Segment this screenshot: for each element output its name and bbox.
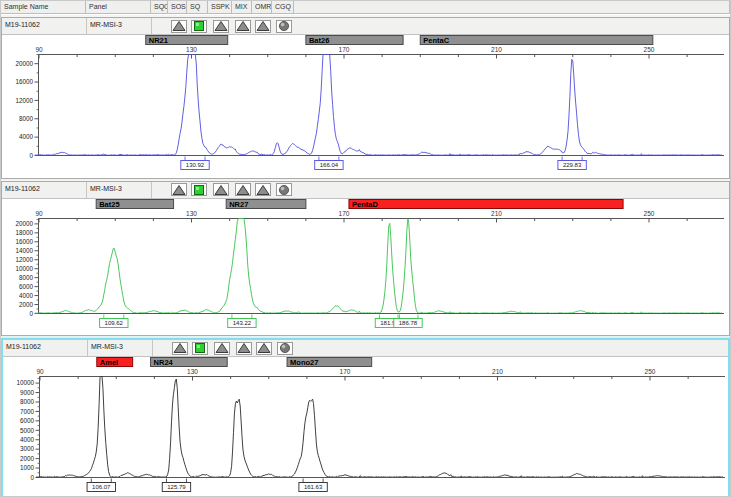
column-header-cgq[interactable]: CGQ [272,1,294,14]
mix-flag-button[interactable] [235,183,251,196]
sample-panel-3[interactable]: M19-11062MR-MSI-3AmelNR24Mono27901301702… [1,338,730,497]
svg-text:6000: 6000 [20,417,35,424]
mix-flag-button[interactable] [236,342,252,355]
column-header-mix[interactable]: MIX [232,1,252,14]
svg-text:PentaC: PentaC [423,36,449,45]
column-header-sspk[interactable]: SSPK [208,1,232,14]
svg-text:NR27: NR27 [229,200,248,209]
sspk-flag-cell[interactable] [209,18,233,34]
sspk-flag-cell[interactable] [209,182,233,198]
column-header-panel[interactable]: Panel [86,1,151,14]
column-header-sqo[interactable]: SQO [151,1,168,14]
peak-size-label[interactable]: 166.04 [315,157,343,170]
sq-flag-button[interactable] [192,342,208,355]
sample-row[interactable]: M19-11062MR-MSI-3 [2,18,729,35]
sspk-flag-cell[interactable] [210,340,234,356]
panel-name-cell[interactable]: MR-MSI-3 [87,182,152,198]
electropherogram-plot[interactable]: AmelNR24Mono2790130170210250010002000300… [3,357,730,496]
warning-triangle-icon [214,184,228,196]
sspk-flag-button[interactable] [213,183,229,196]
omr-flag-button[interactable] [256,342,272,355]
peak-size-label[interactable]: 106.07 [87,479,115,492]
marker-bar-bat25: Bat25 [96,199,173,209]
panel-name-cell[interactable]: MR-MSI-3 [87,18,152,34]
svg-text:6000: 6000 [19,282,34,289]
peak-size-label[interactable]: 125.79 [162,479,190,492]
omr-flag-button[interactable] [255,20,271,33]
panel-name-cell[interactable]: MR-MSI-3 [88,340,153,356]
omr-flag-cell[interactable] [253,182,273,198]
cgq-flag-cell[interactable] [273,182,295,198]
sample-name-cell[interactable]: M19-11062 [2,18,87,34]
svg-text:Bat26: Bat26 [309,36,329,45]
svg-text:161.63: 161.63 [304,484,323,490]
column-header-sq[interactable]: SQ [187,1,208,14]
svg-text:20000: 20000 [15,60,33,67]
sos-flag-button[interactable] [171,183,187,196]
svg-text:106.07: 106.07 [92,484,111,490]
cgq-flag-button[interactable] [276,183,292,196]
peak-size-label[interactable]: 130.92 [181,157,209,170]
sq-flag-button[interactable] [191,183,207,196]
warning-triangle-icon [215,342,229,354]
peak-size-label[interactable]: 161.63 [299,479,327,492]
chart-area[interactable]: Bat25NR27PentaD9013017021025002000400060… [2,199,729,336]
chart-area[interactable]: AmelNR24Mono2790130170210250010002000300… [3,357,728,497]
sos-flag-cell[interactable] [170,340,189,356]
warning-triangle-icon [214,20,228,32]
warning-triangle-icon [236,20,250,32]
sspk-flag-button[interactable] [213,20,229,33]
sample-name-cell[interactable]: M19-11062 [3,340,88,356]
sample-name-cell[interactable]: M19-11062 [2,182,87,198]
column-header-omr[interactable]: OMR [252,1,272,14]
peak-size-label[interactable]: 143.22 [228,314,256,327]
sample-row[interactable]: M19-11062MR-MSI-3 [2,182,729,199]
trace-line [36,377,722,478]
chart-area[interactable]: NR21Bat26PentaC9013017021025004000800012… [2,35,729,178]
sos-flag-button[interactable] [172,342,188,355]
marker-bar-bat26: Bat26 [306,36,403,46]
omr-flag-button[interactable] [255,183,271,196]
sq-flag-cell[interactable] [189,340,210,356]
warning-triangle-icon [172,184,186,196]
cgq-flag-cell[interactable] [274,340,296,356]
sample-row[interactable]: M19-11062MR-MSI-3 [3,340,728,357]
row-filler [295,182,729,198]
mix-flag-cell[interactable] [233,18,253,34]
mix-flag-cell[interactable] [233,182,253,198]
svg-text:Mono27: Mono27 [290,358,318,367]
cgq-flag-cell[interactable] [273,18,295,34]
electropherogram-plot[interactable]: NR21Bat26PentaC9013017021025004000800012… [2,35,729,174]
sos-flag-cell[interactable] [169,182,188,198]
warning-triangle-icon [256,20,270,32]
sample-panel-2[interactable]: M19-11062MR-MSI-3Bat25NR27PentaD90130170… [1,181,730,337]
sspk-flag-button[interactable] [214,342,230,355]
electropherogram-plot[interactable]: Bat25NR27PentaD9013017021025002000400060… [2,199,729,332]
sq-flag-button[interactable] [191,20,207,33]
sos-flag-cell[interactable] [169,18,188,34]
green-square-icon [193,342,207,354]
omr-flag-cell[interactable] [253,18,273,34]
svg-text:2000: 2000 [19,300,34,307]
omr-flag-cell[interactable] [254,340,274,356]
peak-size-label[interactable]: 186.78 [394,314,422,327]
peak-size-label[interactable]: 229.83 [558,157,586,170]
column-header-sample-name[interactable]: Sample Name [1,1,86,14]
mix-flag-cell[interactable] [234,340,254,356]
svg-text:8000: 8000 [19,115,34,122]
cgq-flag-button[interactable] [276,20,292,33]
sos-flag-button[interactable] [171,20,187,33]
marker-bar-amel: Amel [97,358,133,368]
warning-triangle-icon [257,342,271,354]
peak-size-label[interactable]: 109.62 [100,314,128,327]
warning-triangle-icon [236,184,250,196]
mix-flag-button[interactable] [235,20,251,33]
sq-flag-cell[interactable] [188,182,209,198]
sq-flag-cell[interactable] [188,18,209,34]
column-header-sos[interactable]: SOS [168,1,187,14]
marker-bar-nr24: NR24 [151,358,228,368]
marker-bar-nr21: NR21 [146,36,228,46]
svg-text:0: 0 [29,152,33,159]
cgq-flag-button[interactable] [277,342,293,355]
sample-panel-1[interactable]: M19-11062MR-MSI-3NR21Bat26PentaC90130170… [1,17,730,179]
